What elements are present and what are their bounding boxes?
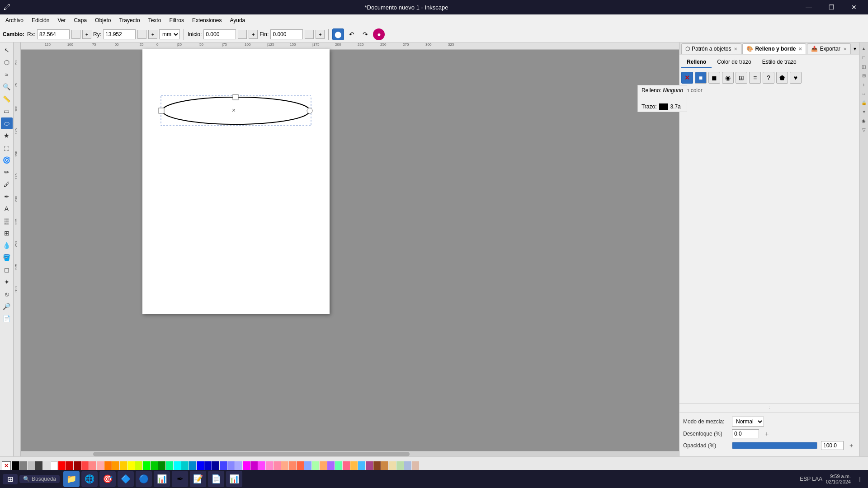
subtab-color-trazo[interactable]: Color de trazo xyxy=(712,57,756,68)
tool-zoom[interactable]: 🔍 xyxy=(1,81,13,93)
color-amber[interactable] xyxy=(112,461,119,470)
color-lavender[interactable] xyxy=(235,461,242,470)
rsidebar-btn-1[interactable]: ▲ xyxy=(860,44,868,52)
menu-archivo[interactable]: Archivo xyxy=(2,16,27,24)
color-sky[interactable] xyxy=(189,461,196,470)
scrollbar-thumb[interactable] xyxy=(93,452,410,456)
tool-calligraphy[interactable]: ✒ xyxy=(1,191,13,202)
rsidebar-btn-8[interactable]: ✦ xyxy=(860,108,868,116)
color-pink[interactable] xyxy=(89,461,96,470)
color-blue[interactable] xyxy=(197,461,204,470)
color-coral[interactable] xyxy=(289,461,296,470)
tool-spray[interactable]: ✦ xyxy=(1,276,13,288)
color-hotpink[interactable] xyxy=(343,461,350,470)
taskbar-word[interactable]: 📝 xyxy=(190,471,206,487)
subtab-estilo-trazo[interactable]: Estilo de trazo xyxy=(757,57,802,68)
tool-pages[interactable]: 📄 xyxy=(1,313,13,324)
tool-measure[interactable]: 📏 xyxy=(1,93,13,105)
color-darkred2[interactable] xyxy=(74,461,81,470)
unit-select[interactable]: mm px cm xyxy=(159,29,180,39)
color-lightred[interactable] xyxy=(81,461,89,470)
taskbar-app3[interactable]: 🔵 xyxy=(136,471,152,487)
taskbar-explorer[interactable]: 📁 xyxy=(63,471,80,487)
desenfoque-plus[interactable]: + xyxy=(763,430,771,438)
scrollbar-horizontal[interactable] xyxy=(21,451,679,456)
taskbar-ppt[interactable]: 📊 xyxy=(226,471,242,487)
color-sage[interactable] xyxy=(396,461,404,470)
color-tomato[interactable] xyxy=(297,461,304,470)
color-cornflower[interactable] xyxy=(304,461,311,470)
menu-extensiones[interactable]: Extensiones xyxy=(189,16,225,24)
tab-relleno[interactable]: 🎨 Relleno y borde ✕ xyxy=(742,43,806,54)
color-lime[interactable] xyxy=(135,461,142,470)
taskbar-app2[interactable]: 🔷 xyxy=(118,471,134,487)
color-lightmagenta[interactable] xyxy=(258,461,265,470)
color-darkcyan[interactable] xyxy=(181,461,189,470)
menu-trayecto[interactable]: Trayecto xyxy=(115,16,143,24)
menu-texto[interactable]: Texto xyxy=(145,16,165,24)
tool-search[interactable]: 🔎 xyxy=(1,300,13,312)
handle-left[interactable] xyxy=(159,108,164,113)
color-green[interactable] xyxy=(143,461,150,470)
handle-right[interactable] xyxy=(307,108,312,113)
taskbar-app1[interactable]: 🎯 xyxy=(99,471,116,487)
tool-mesh[interactable]: ⊞ xyxy=(1,227,13,239)
start-button[interactable]: ⊞ xyxy=(3,474,18,484)
taskbar-pdf[interactable]: 📄 xyxy=(208,471,224,487)
color-seafoam[interactable] xyxy=(335,461,342,470)
inicio-minus[interactable]: — xyxy=(238,30,247,39)
tab-exportar-close[interactable]: ✕ xyxy=(843,47,847,52)
panel-menu-btn[interactable]: ▾ xyxy=(852,46,858,52)
inicio-plus[interactable]: + xyxy=(249,30,258,39)
tool-paint[interactable]: 🪣 xyxy=(1,252,13,263)
fill-unknown-btn[interactable]: ♥ xyxy=(790,72,802,84)
color-orchid[interactable] xyxy=(327,461,335,470)
fill-mesh-btn[interactable]: ⊞ xyxy=(736,72,747,84)
color-dark[interactable] xyxy=(35,461,42,470)
rsidebar-btn-5[interactable]: ↕ xyxy=(860,80,868,89)
tool-spiral[interactable]: 🌀 xyxy=(1,154,13,166)
tool-tweak[interactable]: ≈ xyxy=(1,69,13,80)
rx-minus[interactable]: — xyxy=(71,30,80,39)
fill-none-btn[interactable]: ✕ xyxy=(681,72,693,84)
rx-input[interactable] xyxy=(37,29,70,39)
tab-exportar[interactable]: 📤 Exportar ✕ xyxy=(807,43,850,54)
color-darkgreen[interactable] xyxy=(151,461,158,470)
color-peach[interactable] xyxy=(281,461,288,470)
color-sand[interactable] xyxy=(389,461,396,470)
tool-pen[interactable]: 🖊 xyxy=(1,178,13,190)
rsidebar-btn-4[interactable]: ⊞ xyxy=(860,71,868,80)
color-darkred[interactable] xyxy=(66,461,73,470)
rsidebar-btn-2[interactable]: □ xyxy=(860,53,868,61)
taskbar-app4[interactable]: 📊 xyxy=(154,471,170,487)
menu-filtros[interactable]: Filtros xyxy=(165,16,188,24)
color-periwinkle[interactable] xyxy=(227,461,235,470)
color-rose[interactable] xyxy=(266,461,273,470)
color-tan[interactable] xyxy=(381,461,388,470)
color-magenta[interactable] xyxy=(243,461,250,470)
taskbar-chrome[interactable]: 🌐 xyxy=(81,471,98,487)
tool-eraser[interactable]: ◻ xyxy=(1,264,13,276)
color-darkblue[interactable] xyxy=(204,461,212,470)
tab-patron[interactable]: ⬡ Patrón a objetos ✕ xyxy=(681,43,741,54)
ellipse-tool-btn[interactable]: ⬤ xyxy=(332,28,344,40)
redo-btn[interactable]: ↷ xyxy=(359,28,371,40)
undo-btn[interactable]: ↶ xyxy=(346,28,358,40)
fin-input[interactable] xyxy=(270,29,303,39)
color-lightpink[interactable] xyxy=(97,461,104,470)
fill-unset-btn[interactable]: ⬟ xyxy=(776,72,788,84)
tool-pencil[interactable]: ✏ xyxy=(1,166,13,178)
color-apricot[interactable] xyxy=(320,461,327,470)
desenfoque-input[interactable] xyxy=(732,429,759,438)
tab-patron-close[interactable]: ✕ xyxy=(734,47,737,52)
color-azure[interactable] xyxy=(358,461,365,470)
color-circle[interactable]: ● xyxy=(373,28,385,40)
maximize-button[interactable]: ❐ xyxy=(821,0,842,14)
rsidebar-btn-7[interactable]: 🔒 xyxy=(860,99,868,107)
tool-node[interactable]: ⬡ xyxy=(1,56,13,68)
color-brown[interactable] xyxy=(373,461,381,470)
color-black[interactable] xyxy=(12,461,19,470)
tool-rect[interactable]: ▭ xyxy=(1,105,13,117)
tool-ellipse[interactable]: ⬭ xyxy=(1,117,13,129)
palette-no-color[interactable]: ✕ xyxy=(2,461,11,470)
